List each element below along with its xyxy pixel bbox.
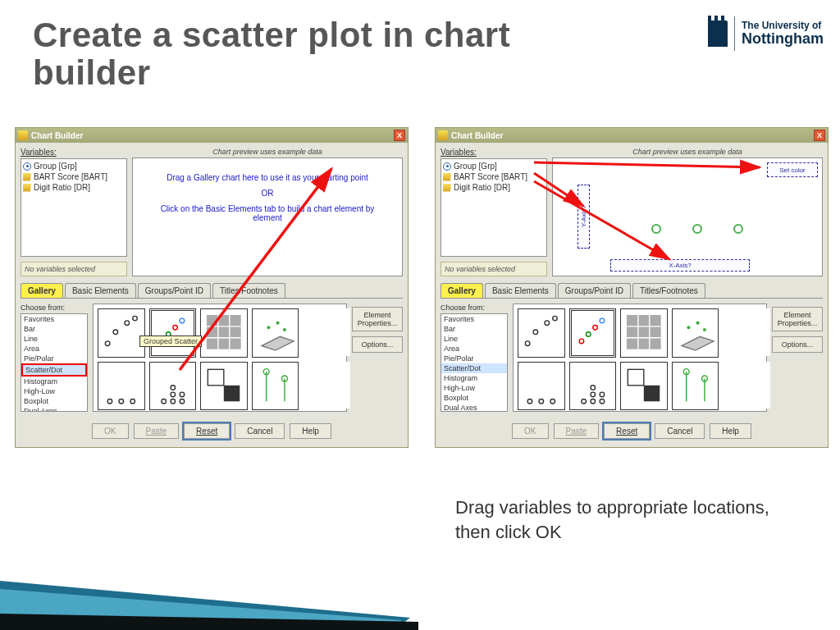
tab-groups-point-id[interactable]: Groups/Point ID <box>558 283 631 298</box>
chart-preview-canvas[interactable]: Set color Y-Axis? X-Axis? <box>552 158 823 276</box>
tab-basic-elements[interactable]: Basic Elements <box>485 283 556 298</box>
list-item[interactable]: Boxplot <box>21 396 87 406</box>
svg-point-25 <box>180 392 185 397</box>
thumb-simple-scatter[interactable] <box>98 308 145 358</box>
chart-preview-canvas[interactable]: Drag a Gallery chart here to use it as y… <box>132 158 403 276</box>
variables-label: Variables: <box>21 148 127 157</box>
paste-button[interactable]: Paste <box>134 423 180 439</box>
variables-list[interactable]: Group [Grp] BART Score [BART] Digit Rati… <box>441 158 547 257</box>
reset-button[interactable]: Reset <box>604 423 650 439</box>
list-item[interactable]: High-Low <box>21 386 87 396</box>
list-item[interactable]: Pie/Polar <box>21 354 87 363</box>
thumb-3d-scatter[interactable] <box>672 308 719 358</box>
help-button[interactable]: Help <box>290 423 331 439</box>
svg-point-15 <box>276 322 279 325</box>
cancel-button[interactable]: Cancel <box>235 423 285 439</box>
list-item[interactable]: Favorites <box>441 314 507 324</box>
decorative-wedge <box>0 540 427 630</box>
titlebar[interactable]: Chart Builder X <box>16 128 408 143</box>
list-item-scatter[interactable]: Scatter/Dot <box>21 363 87 377</box>
window-icon <box>18 130 28 140</box>
variable-item[interactable]: Group [Grp] <box>23 161 125 171</box>
list-item[interactable]: Line <box>441 334 507 344</box>
thumb-drop-line[interactable] <box>252 362 299 411</box>
element-properties-button[interactable]: Element Properties... <box>772 307 823 331</box>
choose-from-label: Choose from: <box>441 304 508 312</box>
list-item[interactable]: Area <box>21 344 87 354</box>
thumb-3d-scatter[interactable] <box>252 308 299 358</box>
thumb-summary-point[interactable] <box>200 362 248 411</box>
variable-item[interactable]: BART Score [BART] <box>443 171 545 182</box>
svg-point-23 <box>171 385 176 390</box>
list-item[interactable]: Dual Axes <box>441 403 507 412</box>
ok-button[interactable]: OK <box>512 423 548 439</box>
variable-item[interactable]: Group [Grp] <box>443 161 545 171</box>
thumb-stacked-dot[interactable] <box>149 362 197 411</box>
drop-zone-x-axis[interactable]: X-Axis? <box>610 259 750 272</box>
thumb-drop-line[interactable] <box>672 362 719 411</box>
svg-rect-8 <box>207 315 241 349</box>
close-icon[interactable]: X <box>814 130 825 141</box>
list-item[interactable]: Histogram <box>441 373 507 383</box>
uni-name: Nottingham <box>742 31 824 48</box>
tabs: Gallery Basic Elements Groups/Point ID T… <box>441 283 823 299</box>
thumb-grouped-scatter[interactable] <box>149 308 197 358</box>
options-button[interactable]: Options... <box>352 336 403 353</box>
thumb-grouped-scatter[interactable] <box>569 308 617 358</box>
thumb-stacked-dot[interactable] <box>569 362 617 411</box>
ok-button[interactable]: OK <box>92 423 128 439</box>
reset-button[interactable]: Reset <box>184 423 230 439</box>
list-item[interactable]: Pie/Polar <box>441 354 507 363</box>
svg-point-33 <box>525 341 530 346</box>
cancel-button[interactable]: Cancel <box>655 423 705 439</box>
preview-header: Chart preview uses example data <box>132 148 403 156</box>
list-item[interactable]: Histogram <box>21 377 87 386</box>
list-item[interactable]: Bar <box>441 324 507 334</box>
variables-label: Variables: <box>441 148 547 157</box>
thumb-simple-dot[interactable] <box>518 362 565 411</box>
list-item-scatter[interactable]: Scatter/Dot <box>441 363 507 373</box>
tab-basic-elements[interactable]: Basic Elements <box>65 283 136 298</box>
svg-point-54 <box>591 399 596 404</box>
svg-point-53 <box>582 399 587 404</box>
thumb-matrix-scatter[interactable] <box>620 308 668 358</box>
variable-item[interactable]: BART Score [BART] <box>23 171 125 182</box>
thumb-summary-point[interactable] <box>620 362 668 411</box>
thumb-simple-dot[interactable] <box>98 362 145 411</box>
svg-rect-27 <box>224 385 240 400</box>
castle-icon <box>708 21 728 47</box>
element-properties-button[interactable]: Element Properties... <box>352 307 403 331</box>
list-item[interactable]: Boxplot <box>441 393 507 403</box>
list-item[interactable]: Line <box>21 334 87 344</box>
chart-type-list[interactable]: Favorites Bar Line Area Pie/Polar Scatte… <box>441 313 508 412</box>
tab-titles-footnotes[interactable]: Titles/Footnotes <box>632 283 705 298</box>
thumb-simple-scatter[interactable] <box>518 308 565 358</box>
svg-point-49 <box>703 328 706 331</box>
variables-list[interactable]: Group [Grp] BART Score [BART] Digit Rati… <box>21 158 127 257</box>
list-item[interactable]: Area <box>441 344 507 354</box>
options-button[interactable]: Options... <box>772 336 823 353</box>
chart-type-list[interactable]: Favorites Bar Line Area Pie/Polar Scatte… <box>21 313 88 412</box>
help-button[interactable]: Help <box>710 423 751 439</box>
tab-groups-point-id[interactable]: Groups/Point ID <box>138 283 211 298</box>
svg-point-18 <box>119 399 124 404</box>
svg-point-57 <box>600 399 605 404</box>
svg-marker-13 <box>262 336 294 350</box>
list-item[interactable]: Dual Axes <box>21 406 87 412</box>
paste-button[interactable]: Paste <box>554 423 600 439</box>
preview-or: OR <box>148 189 387 198</box>
tab-gallery[interactable]: Gallery <box>441 283 483 298</box>
list-item[interactable]: Favorites <box>21 314 87 324</box>
tab-titles-footnotes[interactable]: Titles/Footnotes <box>212 283 285 298</box>
titlebar[interactable]: Chart Builder X <box>436 128 828 143</box>
thumb-matrix-scatter[interactable] <box>200 308 248 358</box>
variable-item[interactable]: Digit Ratio [DR] <box>443 182 545 193</box>
variable-item[interactable]: Digit Ratio [DR] <box>23 182 125 193</box>
list-item[interactable]: High-Low <box>441 383 507 393</box>
close-icon[interactable]: X <box>394 130 405 141</box>
drop-zone-y-axis[interactable]: Y-Axis? <box>578 185 590 249</box>
thumb-empty <box>723 362 770 409</box>
tab-gallery[interactable]: Gallery <box>21 283 63 298</box>
list-item[interactable]: Bar <box>21 324 87 334</box>
drop-zone-set-color[interactable]: Set color <box>767 162 818 177</box>
